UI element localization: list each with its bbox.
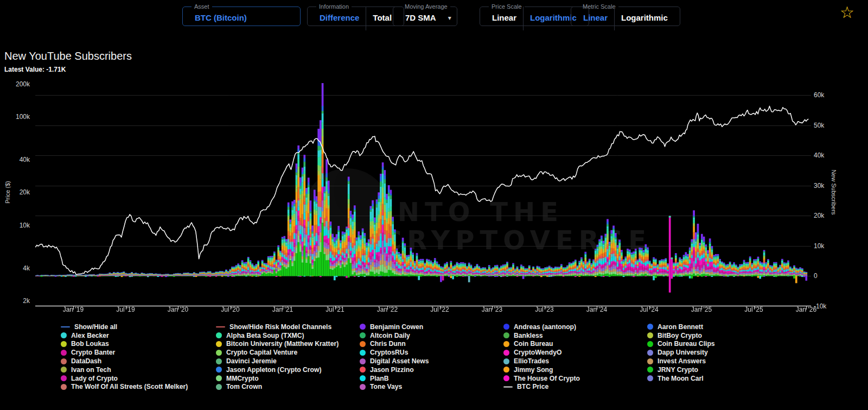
left-tick-label: 2k (3, 297, 30, 305)
legend-item-jrny-crypto[interactable]: JRNY Crypto (647, 365, 715, 374)
legend-item-aaron-bennett[interactable]: Aaron Bennett (647, 323, 715, 331)
legend-item-mmcrypto[interactable]: MMCrypto (216, 374, 339, 383)
legend-item-label: BitBoy Crypto (658, 332, 702, 339)
legend-item-label: Alex Becker (71, 332, 109, 339)
legend-item-label: BTC Price (517, 383, 548, 390)
legend-item-cryptosrus[interactable]: CryptosRUs (360, 348, 429, 357)
legend-dot-marker (503, 375, 509, 381)
legend-dot-marker (61, 350, 67, 356)
right-tick-label: 60k (814, 91, 841, 99)
legend-item-tone-vays[interactable]: Tone Vays (360, 383, 429, 392)
legend-item-datadash[interactable]: DataDash (61, 357, 188, 365)
legend-dot-marker (360, 375, 366, 381)
left-tick-label: 200k (3, 80, 30, 88)
legend-item-the-moon-carl[interactable]: The Moon Carl (647, 374, 715, 383)
legend-item-label: Ivan on Tech (71, 366, 111, 374)
legend-item-label: Aaron Bennett (658, 323, 703, 331)
legend-item-btc-price[interactable]: BTC Price (503, 383, 580, 392)
x-tick-label: Jul '23 (526, 306, 564, 313)
legend-item-label: Bitcoin University (Matthew Kratter) (226, 340, 339, 348)
legend-dot-marker (647, 332, 653, 338)
x-tick-label: Jan '23 (473, 306, 511, 313)
legend-item-bankless[interactable]: Bankless (503, 331, 580, 340)
legend-item-the-wolf-of-all-streets-scott-melker[interactable]: The Wolf Of All Streets (Scott Melker) (61, 383, 188, 392)
legend-item-dapp-university[interactable]: Dapp University (647, 348, 715, 357)
chart-legend: Show/Hide allAlex BeckerBob LoukasCrypto… (0, 323, 868, 393)
legend-item-show-hide-all[interactable]: Show/Hide all (61, 323, 188, 331)
legend-dot-marker (503, 358, 509, 364)
legend-item-digital-asset-news[interactable]: Digital Asset News (360, 357, 429, 365)
legend-item-label: Crypto Capital Venture (226, 349, 297, 356)
legend-item-coin-bureau-clips[interactable]: Coin Bureau Clips (647, 340, 715, 349)
x-tick-label: Jul '21 (316, 306, 354, 313)
legend-item-alex-becker[interactable]: Alex Becker (61, 331, 188, 340)
legend-item-alpha-beta-soup-txmc[interactable]: Alpha Beta Soup (TXMC) (216, 331, 339, 340)
legend-item-label: Invest Answers (658, 357, 706, 365)
legend-line-marker (61, 326, 70, 328)
legend-item-coin-bureau[interactable]: Coin Bureau (503, 340, 580, 349)
legend-item-elliotrades[interactable]: EllioTrades (503, 357, 580, 365)
legend-dot-marker (61, 375, 67, 381)
legend-dot-marker (647, 341, 653, 347)
legend-column: Show/Hide Risk Model ChannelsAlpha Beta … (216, 323, 339, 391)
legend-dot-marker (216, 332, 222, 338)
legend-dot-marker (503, 324, 509, 330)
legend-item-benjamin-cowen[interactable]: Benjamin Cowen (360, 323, 429, 331)
legend-dot-marker (647, 367, 653, 373)
legend-dot-marker (216, 367, 222, 373)
legend-item-the-house-of-crypto[interactable]: The House Of Crypto (503, 374, 580, 383)
right-tick-label: 50k (814, 122, 841, 129)
legend-item-crypto-banter[interactable]: Crypto Banter (61, 348, 188, 357)
left-tick-label: 10k (3, 222, 30, 229)
legend-item-crypto-capital-venture[interactable]: Crypto Capital Venture (216, 348, 339, 357)
legend-item-label: Lady of Crypto (71, 375, 118, 382)
legend-item-label: The House Of Crypto (514, 375, 580, 382)
legend-item-label: JRNY Crypto (658, 366, 698, 374)
x-tick-label: Jan '26 (787, 306, 825, 313)
legend-dot-marker (503, 350, 509, 356)
legend-dot-marker (503, 341, 509, 347)
legend-item-andreas-aantonop[interactable]: Andreas (aantonop) (503, 323, 580, 331)
x-tick-label: Jul '24 (630, 306, 668, 313)
legend-item-label: CryptoWendyO (514, 349, 561, 356)
legend-item-invest-answers[interactable]: Invest Answers (647, 357, 715, 365)
legend-item-label: Dapp University (658, 349, 708, 356)
chart-canvas[interactable] (35, 79, 811, 312)
legend-item-lady-of-crypto[interactable]: Lady of Crypto (61, 374, 188, 383)
legend-item-jason-appleton-crypto-crow[interactable]: Jason Appleton (Crypto Crow) (216, 365, 339, 374)
legend-item-label: Andreas (aantonop) (514, 323, 576, 331)
legend-dot-marker (360, 341, 366, 347)
legend-item-label: CryptosRUs (370, 349, 408, 356)
legend-item-label: The Moon Carl (658, 375, 704, 382)
legend-item-cryptowendyo[interactable]: CryptoWendyO (503, 348, 580, 357)
x-tick-label: Jul '22 (421, 306, 459, 313)
legend-item-label: Coin Bureau (514, 340, 553, 348)
legend-item-davinci-jeremie[interactable]: Davinci Jeremie (216, 357, 339, 365)
legend-dot-marker (216, 375, 222, 381)
legend-item-jason-pizzino[interactable]: Jason Pizzino (360, 365, 429, 374)
legend-dot-marker (360, 332, 366, 338)
legend-item-label: EllioTrades (514, 357, 549, 365)
legend-column: Benjamin CowenAltcoin DailyChris DunnCry… (360, 323, 429, 391)
legend-item-altcoin-daily[interactable]: Altcoin Daily (360, 331, 429, 340)
legend-item-bob-loukas[interactable]: Bob Loukas (61, 340, 188, 349)
legend-item-label: DataDash (71, 357, 101, 365)
legend-item-planb[interactable]: PlanB (360, 374, 429, 383)
legend-dot-marker (503, 367, 509, 373)
x-tick-label: Jul '19 (107, 306, 145, 313)
legend-item-label: Bob Loukas (71, 340, 109, 348)
legend-item-jimmy-song[interactable]: Jimmy Song (503, 365, 580, 374)
legend-item-show-hide-risk-model-channels[interactable]: Show/Hide Risk Model Channels (216, 323, 339, 331)
legend-item-bitboy-crypto[interactable]: BitBoy Crypto (647, 331, 715, 340)
legend-item-chris-dunn[interactable]: Chris Dunn (360, 340, 429, 349)
x-tick-label: Jan '22 (368, 306, 406, 313)
legend-item-label: Tom Crown (226, 383, 262, 390)
x-tick-label: Jul '25 (735, 306, 773, 313)
legend-item-ivan-on-tech[interactable]: Ivan on Tech (61, 365, 188, 374)
legend-item-tom-crown[interactable]: Tom Crown (216, 383, 339, 392)
legend-item-label: Tone Vays (370, 383, 402, 390)
legend-line-marker (503, 386, 513, 388)
x-tick-label: Jan '20 (159, 306, 197, 313)
legend-item-bitcoin-university-matthew-kratter[interactable]: Bitcoin University (Matthew Kratter) (216, 340, 339, 349)
right-tick-label: 20k (814, 212, 841, 219)
